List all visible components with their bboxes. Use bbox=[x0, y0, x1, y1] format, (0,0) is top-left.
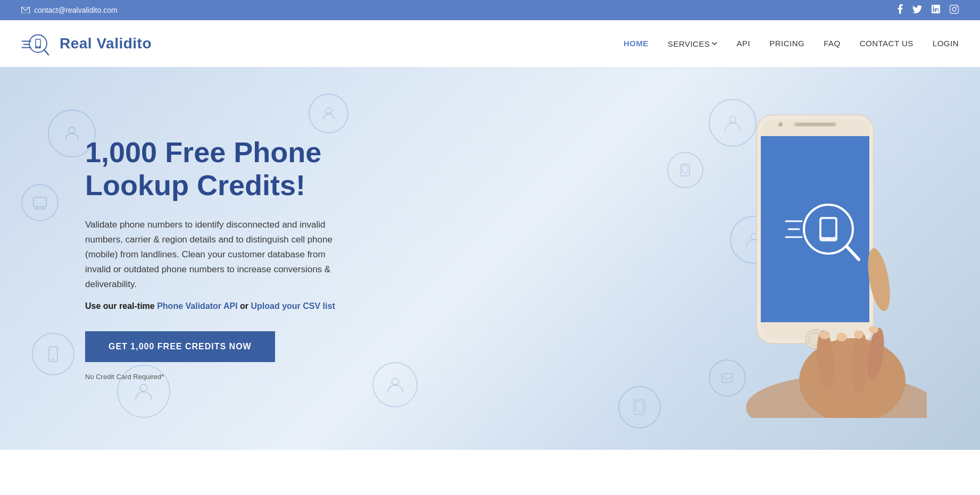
svg-rect-1 bbox=[950, 5, 959, 13]
chevron-down-icon bbox=[712, 42, 717, 45]
nav-link-home[interactable]: HOME bbox=[624, 39, 649, 48]
top-bar-email-area: contact@realvalidito.com bbox=[21, 6, 118, 14]
logo-icon bbox=[21, 30, 53, 57]
nav-item-contact[interactable]: CONTACT US bbox=[860, 39, 913, 48]
svg-point-10 bbox=[38, 47, 39, 48]
nav-link-services[interactable]: SERVICES bbox=[668, 39, 718, 48]
svg-point-2 bbox=[952, 7, 956, 11]
svg-rect-25 bbox=[634, 400, 645, 415]
svg-line-11 bbox=[45, 50, 49, 55]
nav-item-login[interactable]: LOGIN bbox=[933, 39, 959, 48]
no-card-text: No Credit Card Required* bbox=[85, 373, 164, 381]
svg-rect-34 bbox=[796, 123, 834, 125]
hero-content: 1,000 Free Phone Lookup Credits! Validat… bbox=[0, 93, 436, 424]
svg-point-46 bbox=[799, 338, 906, 418]
bg-circle-11 bbox=[618, 386, 661, 429]
svg-point-21 bbox=[685, 173, 686, 174]
svg-rect-26 bbox=[636, 401, 643, 411]
svg-point-27 bbox=[639, 413, 641, 414]
nav-item-api[interactable]: API bbox=[736, 39, 750, 48]
phone-svg bbox=[703, 99, 927, 418]
hero-subtext: Use our real-time Phone Validator API or… bbox=[85, 301, 351, 311]
email-icon bbox=[21, 7, 30, 13]
bg-circle-7 bbox=[667, 152, 703, 188]
hero-title: 1,000 Free Phone Lookup Credits! bbox=[85, 136, 351, 202]
svg-point-52 bbox=[836, 333, 847, 341]
nav-link-api[interactable]: API bbox=[736, 39, 750, 48]
navbar: Real Validito HOME SERVICES API PRICING … bbox=[0, 20, 980, 67]
nav-item-pricing[interactable]: PRICING bbox=[769, 39, 804, 48]
logo-text: Real Validito bbox=[60, 35, 152, 52]
nav-link-pricing[interactable]: PRICING bbox=[769, 39, 804, 48]
csv-link[interactable]: Upload your CSV list bbox=[251, 301, 335, 311]
nav-links: HOME SERVICES API PRICING FAQ CONTACT US… bbox=[624, 39, 959, 48]
nav-item-home[interactable]: HOME bbox=[624, 39, 649, 48]
nav-link-faq[interactable]: FAQ bbox=[824, 39, 841, 48]
svg-rect-40 bbox=[821, 219, 835, 237]
svg-rect-19 bbox=[681, 164, 690, 176]
svg-point-41 bbox=[827, 238, 830, 240]
facebook-link[interactable] bbox=[898, 4, 903, 16]
svg-point-51 bbox=[819, 331, 830, 339]
svg-point-54 bbox=[869, 326, 878, 333]
cta-button[interactable]: GET 1,000 FREE CREDITS NOW bbox=[85, 331, 275, 362]
linkedin-link[interactable] bbox=[932, 5, 940, 15]
phone-mockup bbox=[703, 99, 927, 418]
phone-container bbox=[703, 99, 927, 418]
svg-rect-9 bbox=[36, 40, 40, 47]
svg-rect-20 bbox=[683, 166, 688, 172]
svg-point-53 bbox=[854, 330, 863, 339]
social-links bbox=[898, 4, 959, 16]
svg-point-33 bbox=[778, 122, 783, 127]
hero-description: Validate phone numbers to identify disco… bbox=[85, 217, 351, 292]
top-bar: contact@realvalidito.com bbox=[0, 0, 980, 20]
logo[interactable]: Real Validito bbox=[21, 30, 152, 57]
hero-section: 1,000 Free Phone Lookup Credits! Validat… bbox=[0, 67, 980, 450]
twitter-link[interactable] bbox=[912, 5, 922, 15]
svg-point-3 bbox=[956, 6, 957, 7]
nav-link-contact[interactable]: CONTACT US bbox=[860, 39, 913, 48]
nav-link-login[interactable]: LOGIN bbox=[933, 39, 959, 48]
nav-item-services[interactable]: SERVICES bbox=[668, 39, 718, 48]
nav-item-faq[interactable]: FAQ bbox=[824, 39, 841, 48]
email-address[interactable]: contact@realvalidito.com bbox=[34, 6, 118, 14]
instagram-link[interactable] bbox=[950, 5, 959, 16]
api-link[interactable]: Phone Validator API bbox=[157, 301, 237, 311]
